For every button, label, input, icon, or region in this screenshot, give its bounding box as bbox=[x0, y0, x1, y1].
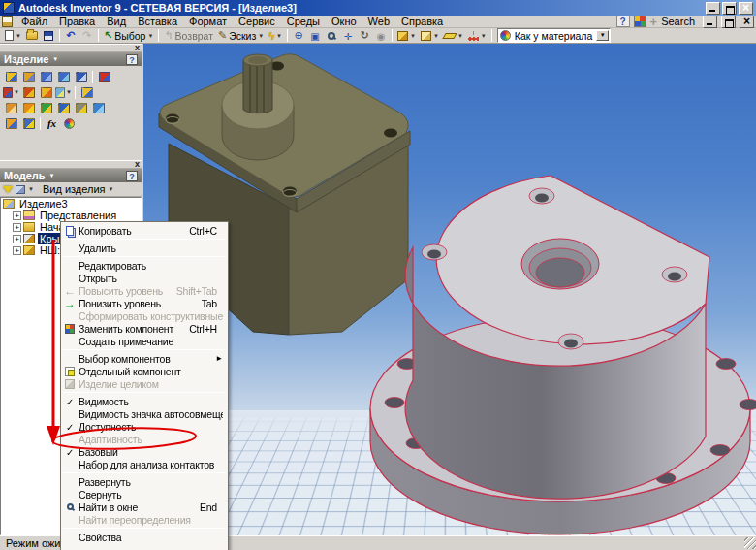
extrude-button[interactable] bbox=[38, 101, 54, 115]
color-override-select[interactable]: Как у материала▼ bbox=[497, 28, 612, 43]
parameters-button[interactable] bbox=[44, 116, 60, 131]
child-minimize-button[interactable] bbox=[703, 16, 717, 28]
ctx-visibility[interactable]: Видимость bbox=[61, 395, 228, 407]
constraint-button[interactable] bbox=[96, 70, 112, 84]
zoom-button[interactable] bbox=[324, 28, 339, 43]
chevron-down-icon[interactable]: ▼ bbox=[66, 89, 72, 95]
jog-button[interactable] bbox=[38, 85, 54, 100]
open-button[interactable] bbox=[24, 28, 40, 43]
menu-insert[interactable]: Вставка bbox=[132, 16, 183, 28]
close-icon[interactable]: x bbox=[135, 45, 140, 51]
design-view-combo[interactable]: Вид изделия bbox=[43, 183, 106, 195]
close-icon[interactable]: x bbox=[135, 161, 140, 168]
shaded-display-button[interactable]: ▼ bbox=[395, 28, 418, 43]
ctx-contact-set[interactable]: Набор для анализа контактов bbox=[61, 458, 228, 470]
create-component-button[interactable] bbox=[20, 70, 37, 84]
copy-component-button[interactable] bbox=[73, 70, 89, 84]
rotate-button[interactable] bbox=[357, 28, 372, 43]
chevron-down-icon[interactable]: ▼ bbox=[258, 33, 264, 39]
menu-environments[interactable]: Среды bbox=[281, 16, 326, 28]
place-component-button[interactable] bbox=[3, 70, 19, 84]
tree-expander-icon[interactable]: + bbox=[13, 223, 21, 232]
look-at-button[interactable] bbox=[373, 28, 389, 43]
assembly-panel-header[interactable]: Изделие ▼ ? bbox=[0, 52, 142, 66]
ctx-edit[interactable]: Редактировать bbox=[61, 259, 228, 272]
undo-button[interactable] bbox=[63, 28, 79, 43]
ctx-replace-component[interactable]: Заменить компонентCtrl+H bbox=[61, 322, 228, 335]
thread-button[interactable] bbox=[90, 101, 107, 115]
child-restore-button[interactable] bbox=[721, 16, 736, 28]
panel-help-icon[interactable]: ? bbox=[126, 171, 138, 181]
save-button[interactable] bbox=[41, 28, 56, 43]
chevron-down-icon[interactable]: ▼ bbox=[410, 33, 416, 39]
ctx-expand[interactable]: Развернуть bbox=[61, 475, 228, 488]
menu-edit[interactable]: Правка bbox=[53, 16, 101, 28]
menu-file[interactable]: Файл bbox=[16, 16, 53, 28]
chevron-down-icon[interactable]: ▼ bbox=[596, 30, 609, 41]
child-close-button[interactable] bbox=[740, 16, 754, 28]
part-cover-3d[interactable] bbox=[370, 176, 756, 534]
model-panel-header[interactable]: Модель ▼ ? bbox=[0, 169, 142, 182]
filter-icon[interactable] bbox=[3, 186, 13, 193]
chamfer-button[interactable] bbox=[20, 116, 37, 131]
chevron-down-icon[interactable]: ▼ bbox=[28, 186, 34, 192]
assembly-panel-grip[interactable]: x bbox=[0, 44, 142, 52]
search-label[interactable]: Search bbox=[661, 16, 699, 27]
pan-button[interactable] bbox=[340, 28, 356, 43]
chevron-down-icon[interactable]: ▼ bbox=[109, 186, 114, 192]
tree-expander-icon[interactable]: + bbox=[13, 211, 21, 220]
update-button[interactable]: ▼ bbox=[267, 28, 284, 43]
work-plane-button[interactable] bbox=[3, 101, 19, 115]
ctx-copy[interactable]: КопироватьCtrl+C bbox=[61, 224, 228, 237]
minimize-button[interactable] bbox=[706, 2, 720, 15]
ctx-single-component[interactable]: Отдельный компонент bbox=[61, 365, 228, 377]
restore-button[interactable] bbox=[722, 2, 737, 15]
chevron-down-icon[interactable]: ▼ bbox=[14, 89, 19, 95]
ground-shadow-button[interactable]: ▼ bbox=[442, 28, 465, 43]
zoom-all-button[interactable] bbox=[291, 28, 306, 43]
resize-grip[interactable] bbox=[744, 537, 756, 549]
menu-window[interactable]: Окно bbox=[326, 16, 362, 28]
help-icon[interactable]: ? bbox=[616, 16, 630, 27]
ctx-delete[interactable]: Удалить bbox=[61, 242, 228, 254]
ctx-open[interactable]: Открыть bbox=[61, 272, 228, 284]
rotate-component-button[interactable] bbox=[20, 85, 37, 100]
move-component-button[interactable]: ▼ bbox=[3, 85, 19, 100]
design-view-icon[interactable] bbox=[16, 185, 25, 194]
appearance-button[interactable] bbox=[61, 116, 78, 131]
section-view-button[interactable] bbox=[79, 85, 95, 100]
new-button[interactable]: ▼ bbox=[3, 28, 23, 43]
ctx-grounded[interactable]: Базовый bbox=[61, 445, 228, 458]
menu-tools[interactable]: Сервис bbox=[233, 16, 281, 28]
menu-web[interactable]: Web bbox=[362, 16, 395, 28]
tree-root-assembly[interactable]: Изделие3 bbox=[1, 198, 141, 210]
ctx-properties[interactable]: Свойства bbox=[61, 531, 228, 543]
ctx-component-selection[interactable]: Выбор компонентов► bbox=[61, 352, 228, 365]
chevron-down-icon[interactable]: ▼ bbox=[433, 33, 439, 39]
close-button[interactable] bbox=[739, 2, 753, 15]
panel-help-icon[interactable]: ? bbox=[126, 54, 138, 65]
plus-icon[interactable]: + bbox=[650, 16, 658, 27]
ctx-imate-glyph-visibility[interactable]: Видимость значка автосовмещения bbox=[61, 407, 228, 420]
ctx-create-note[interactable]: Создать примечание bbox=[61, 335, 228, 347]
model-panel-grip[interactable]: x bbox=[0, 160, 142, 169]
tree-item-representations[interactable]: +Представления bbox=[1, 210, 141, 221]
menu-format[interactable]: Формат bbox=[183, 16, 233, 28]
tree-expander-icon[interactable]: + bbox=[13, 235, 21, 243]
mirror-component-button[interactable] bbox=[55, 70, 72, 84]
menu-view[interactable]: Вид bbox=[101, 16, 132, 28]
feature-pattern-button[interactable]: ▼ bbox=[55, 85, 72, 100]
ctx-demote[interactable]: Понизить уровеньTab bbox=[61, 297, 228, 309]
ctx-enabled[interactable]: Доступность bbox=[61, 420, 228, 433]
chevron-down-icon[interactable]: ▼ bbox=[457, 33, 463, 39]
analysis-button[interactable]: ▼ bbox=[466, 28, 488, 43]
collaboration-icon[interactable] bbox=[634, 16, 646, 27]
hidden-edge-display-button[interactable]: ▼ bbox=[419, 28, 441, 43]
viewport-3d[interactable] bbox=[143, 44, 756, 535]
fillet-button[interactable] bbox=[3, 116, 19, 131]
zoom-window-button[interactable] bbox=[307, 28, 323, 43]
chevron-down-icon[interactable]: ▼ bbox=[147, 33, 153, 39]
hole-button[interactable] bbox=[73, 101, 89, 115]
ctx-collapse[interactable]: Свернуть bbox=[61, 488, 228, 501]
work-point-button[interactable] bbox=[20, 101, 37, 115]
